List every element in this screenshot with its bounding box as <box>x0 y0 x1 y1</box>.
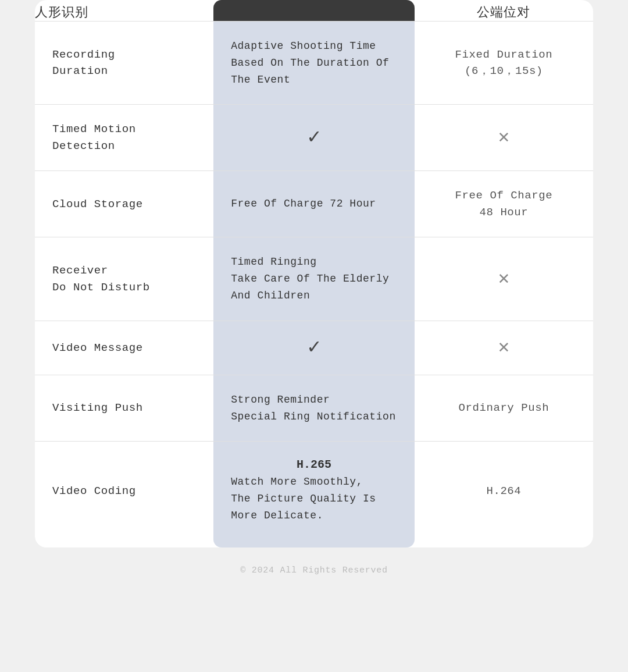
visiting-push-label: Visiting Push <box>52 401 143 414</box>
video-coding-premium-text: Watch More Smoothly,The Picture Quality … <box>231 476 376 521</box>
table-header-row: 人形识别 公端位对 <box>35 0 593 22</box>
feature-cell-visiting-push: Visiting Push <box>35 375 213 442</box>
table-row: Visiting Push Strong ReminderSpecial Rin… <box>35 375 593 442</box>
feature-col-header: 人形识别 <box>35 0 213 22</box>
table-row: RecordingDuration Adaptive Shooting Time… <box>35 22 593 105</box>
basic-cell-recording-duration: Fixed Duration(6，10，15s) <box>415 22 593 105</box>
video-message-label: Video Message <box>52 342 143 354</box>
outer-container: 人形识别 公端位对 RecordingDuration Adaptive Sho… <box>0 0 628 672</box>
feature-cell-timed-motion: Timed MotionDetection <box>35 105 213 171</box>
table-row: Video Message ✓ ✕ <box>35 321 593 375</box>
footer-text: © 2024 All Rights Reserved <box>240 566 388 575</box>
basic-col-header: 公端位对 <box>415 0 593 22</box>
premium-cell-video-message: ✓ <box>213 321 415 375</box>
feature-header-text: 人形识别 <box>35 6 88 20</box>
premium-cell-timed-motion: ✓ <box>213 105 415 171</box>
basic-cell-video-message: ✕ <box>415 321 593 375</box>
basic-cell-timed-motion: ✕ <box>415 105 593 171</box>
table-row: ReceiverDo Not Disturb Timed RingingTake… <box>35 237 593 321</box>
premium-cell-cloud-storage: Free Of Charge 72 Hour <box>213 171 415 237</box>
video-message-premium-check: ✓ <box>231 337 397 358</box>
cloud-storage-basic-text: Free Of Charge48 Hour <box>455 189 553 219</box>
premium-cell-video-coding: H.265 Watch More Smoothly,The Picture Qu… <box>213 442 415 547</box>
cloud-storage-label: Cloud Storage <box>52 198 143 211</box>
premium-cell-visiting-push: Strong ReminderSpecial Ring Notification <box>213 375 415 442</box>
table-row: Video Coding H.265 Watch More Smoothly,T… <box>35 442 593 547</box>
basic-cell-receiver: ✕ <box>415 237 593 321</box>
premium-cell-recording-duration: Adaptive Shooting TimeBased On The Durat… <box>213 22 415 105</box>
feature-cell-video-coding: Video Coding <box>35 442 213 547</box>
recording-duration-label: RecordingDuration <box>52 48 115 78</box>
basic-cell-visiting-push: Ordinary Push <box>415 375 593 442</box>
table-row: Cloud Storage Free Of Charge 72 Hour Fre… <box>35 171 593 237</box>
receiver-premium-text: Timed RingingTake Care Of The Elderly An… <box>231 256 389 301</box>
receiver-basic-cross: ✕ <box>432 270 576 289</box>
feature-cell-recording-duration: RecordingDuration <box>35 22 213 105</box>
feature-cell-receiver: ReceiverDo Not Disturb <box>35 237 213 321</box>
feature-cell-cloud-storage: Cloud Storage <box>35 171 213 237</box>
footer: © 2024 All Rights Reserved <box>0 547 628 593</box>
cloud-storage-premium-text: Free Of Charge 72 Hour <box>231 198 376 209</box>
timed-motion-label: Timed MotionDetection <box>52 123 136 152</box>
table-row: Timed MotionDetection ✓ ✕ <box>35 105 593 171</box>
video-message-basic-cross: ✕ <box>432 339 576 357</box>
comparison-card: 人形识别 公端位对 RecordingDuration Adaptive Sho… <box>35 0 593 547</box>
timed-motion-basic-cross: ✕ <box>432 129 576 147</box>
feature-cell-video-message: Video Message <box>35 321 213 375</box>
receiver-label: ReceiverDo Not Disturb <box>52 264 150 294</box>
timed-motion-premium-check: ✓ <box>231 127 397 148</box>
visiting-push-premium-text: Strong ReminderSpecial Ring Notification <box>231 394 396 422</box>
premium-header-dark-box <box>213 0 415 21</box>
premium-col-header-cell <box>213 0 415 22</box>
video-coding-basic-text: H.264 <box>486 485 521 497</box>
recording-duration-basic-text: Fixed Duration(6，10，15s) <box>455 48 553 78</box>
recording-duration-premium-text: Adaptive Shooting TimeBased On The Durat… <box>231 40 389 86</box>
basic-cell-cloud-storage: Free Of Charge48 Hour <box>415 171 593 237</box>
video-coding-label: Video Coding <box>52 485 136 497</box>
basic-cell-video-coding: H.264 <box>415 442 593 547</box>
video-coding-premium-bold: H.265 <box>231 458 397 471</box>
comparison-table: 人形识别 公端位对 RecordingDuration Adaptive Sho… <box>35 0 593 547</box>
premium-cell-receiver: Timed RingingTake Care Of The Elderly An… <box>213 237 415 321</box>
basic-header-text: 公端位对 <box>477 6 530 20</box>
visiting-push-basic-text: Ordinary Push <box>459 401 550 414</box>
